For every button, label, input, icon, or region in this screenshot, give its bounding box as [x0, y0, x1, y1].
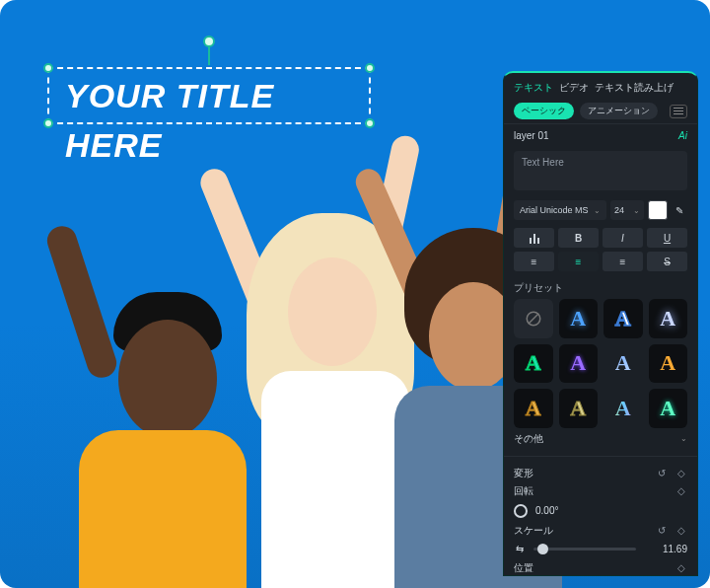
preset-style-3[interactable]: A — [649, 299, 688, 338]
inspector-panel: テキスト ビデオ テキスト読み上げ ベーシック アニメーション layer 01… — [503, 71, 698, 576]
tab-video[interactable]: ビデオ — [559, 81, 589, 95]
subtab-animation[interactable]: アニメーション — [580, 103, 658, 119]
scale-row: スケール ↺ ◇ — [504, 524, 697, 542]
position-label: 位置 — [514, 561, 533, 575]
panel-subtabs: ベーシック アニメーション — [504, 99, 697, 123]
title-line-2: HERE — [65, 120, 274, 170]
bold-button[interactable]: B — [558, 228, 599, 248]
panel-tabs: テキスト ビデオ テキスト読み上げ — [504, 73, 697, 99]
eyedropper-icon[interactable]: ✎ — [672, 200, 687, 220]
preset-grid: A A A A A A A A A A A — [504, 299, 697, 428]
keyframe-icon[interactable]: ◇ — [675, 562, 687, 574]
text-placeholder: Text Here — [522, 157, 564, 168]
reset-icon[interactable]: ↺ — [656, 525, 668, 537]
ai-badge[interactable]: Ai — [678, 130, 687, 141]
scale-label: スケール — [514, 524, 553, 538]
underline-button[interactable]: U — [647, 228, 687, 248]
layer-name: layer 01 — [514, 130, 549, 141]
link-icon[interactable]: ⇆ — [514, 544, 526, 555]
chevron-down-icon: ⌄ — [594, 206, 601, 215]
transform-label: 変形 — [514, 467, 533, 480]
align-vertical-button[interactable] — [514, 228, 554, 248]
position-row: 位置 ◇ — [504, 561, 697, 577]
other-label: その他 — [514, 432, 543, 446]
tab-tts[interactable]: テキスト読み上げ — [595, 81, 674, 95]
resize-handle-tr[interactable] — [365, 63, 375, 73]
font-size-value: 24 — [614, 205, 624, 215]
rotation-knob[interactable] — [514, 504, 528, 518]
resize-handle-bl[interactable] — [43, 118, 53, 128]
preset-style-6[interactable]: A — [604, 344, 643, 384]
preset-style-4[interactable]: A — [514, 344, 553, 384]
scale-value[interactable]: 11.69 — [644, 544, 687, 554]
align-right-button[interactable]: ≡ — [603, 252, 643, 271]
reset-icon[interactable]: ↺ — [656, 468, 668, 479]
preset-none[interactable] — [514, 299, 553, 338]
format-button-grid: B I U ≡ ≡ ≡ S — [504, 222, 697, 275]
preset-style-5[interactable]: A — [559, 344, 599, 384]
resize-handle-tl[interactable] — [43, 63, 53, 73]
chevron-down-icon: ⌄ — [633, 206, 640, 215]
keyframe-icon[interactable]: ◇ — [675, 525, 687, 537]
canvas-title-text[interactable]: YOUR TITLE HERE — [65, 71, 274, 170]
none-icon — [525, 310, 542, 328]
preset-style-7[interactable]: A — [649, 344, 688, 384]
app-root: YOUR TITLE HERE テキスト ビデオ テキスト読み上げ ベーシック … — [0, 0, 710, 588]
preset-section-label: プリセット — [504, 275, 697, 299]
other-section[interactable]: その他 ⌄ — [504, 428, 697, 450]
font-family-select[interactable]: Arial Unicode MS ⌄ — [514, 200, 606, 220]
font-row: Arial Unicode MS ⌄ 24 ⌄ ✎ — [504, 198, 697, 222]
keyboard-icon[interactable] — [670, 105, 687, 118]
slider-thumb[interactable] — [537, 544, 548, 554]
keyframe-icon[interactable]: ◇ — [675, 485, 687, 497]
preset-style-10[interactable]: A — [604, 389, 643, 428]
align-left-button[interactable]: ≡ — [514, 252, 554, 271]
resize-handle-br[interactable] — [365, 118, 375, 128]
transform-section[interactable]: 変形 ↺ ◇ — [504, 463, 697, 484]
keyframe-icon[interactable]: ◇ — [675, 468, 687, 479]
font-size-select[interactable]: 24 ⌄ — [610, 200, 644, 220]
preset-style-2[interactable]: A — [604, 299, 643, 338]
scale-slider[interactable] — [533, 548, 636, 551]
preset-style-11[interactable]: A — [649, 389, 688, 428]
rotation-handle[interactable] — [203, 36, 215, 47]
text-color-swatch[interactable] — [648, 200, 668, 220]
tab-text[interactable]: テキスト — [514, 81, 553, 95]
divider — [504, 456, 697, 457]
font-family-value: Arial Unicode MS — [520, 205, 589, 215]
title-line-1: YOUR TITLE — [65, 71, 274, 120]
preset-style-9[interactable]: A — [559, 389, 599, 428]
italic-button[interactable]: I — [603, 228, 643, 248]
svg-line-1 — [529, 314, 539, 325]
scale-control: ⇆ 11.69 — [504, 542, 697, 561]
align-center-button[interactable]: ≡ — [558, 252, 599, 271]
preset-style-8[interactable]: A — [514, 389, 553, 428]
strikethrough-button[interactable]: S — [647, 252, 687, 271]
text-content-input[interactable]: Text Here — [514, 151, 687, 190]
preset-style-1[interactable]: A — [559, 299, 599, 338]
chevron-down-icon: ⌄ — [680, 434, 687, 443]
rotation-label: 回転 — [514, 484, 533, 498]
rotation-control: 0.00° — [504, 502, 697, 524]
subtab-basic[interactable]: ベーシック — [514, 103, 574, 119]
rotation-value[interactable]: 0.00° — [535, 505, 558, 516]
layer-row[interactable]: layer 01 Ai — [504, 123, 697, 147]
rotation-row: 回転 ◇ — [504, 484, 697, 502]
